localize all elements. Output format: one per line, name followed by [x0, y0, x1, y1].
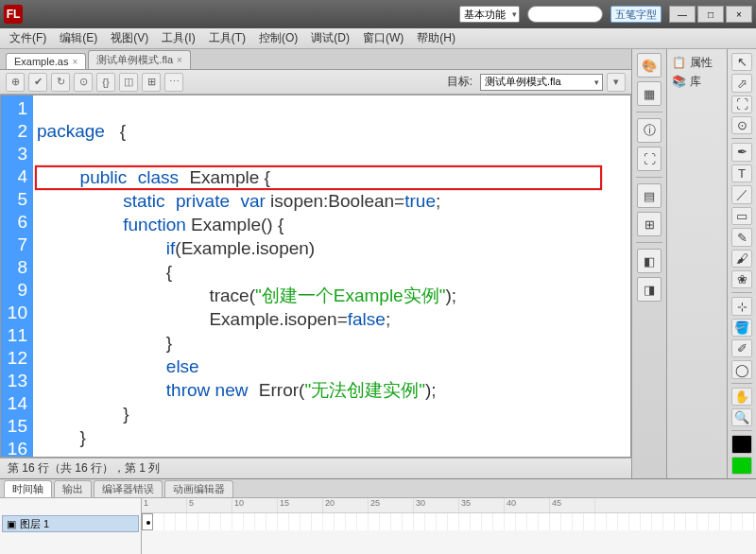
menu-help[interactable]: 帮助(H): [411, 28, 461, 48]
menu-view[interactable]: 视图(V): [105, 28, 154, 48]
layer-row[interactable]: ▣ 图层 1: [2, 515, 139, 532]
properties-icon: 📋: [671, 55, 686, 70]
line-gutter: 12345678910111213141516: [1, 95, 33, 457]
editor-toolbar: ⊕ ✔ ↻ ⊙ {} ◫ ⊞ ⋯ 目标: 测试单例模式.fla ▾: [0, 70, 631, 95]
tab-timeline[interactable]: 时间轴: [4, 480, 52, 497]
align-icon[interactable]: ⊞: [637, 212, 662, 236]
swatches-icon[interactable]: ▦: [637, 81, 662, 106]
zoom-tool-icon[interactable]: 🔍: [731, 408, 752, 426]
library-label: 库: [690, 74, 701, 90]
menu-insert[interactable]: 工具(I): [156, 28, 200, 48]
close-icon[interactable]: ×: [72, 57, 77, 67]
tab-motion-editor[interactable]: 动画编辑器: [164, 480, 233, 497]
eyedropper-tool-icon[interactable]: ✐: [731, 339, 752, 357]
search-field[interactable]: [527, 6, 603, 23]
selection-tool-icon[interactable]: ↖: [731, 53, 752, 71]
cursor-position: 第 16 行（共 16 行），第 1 列: [8, 460, 160, 476]
ime-label: 五笔字型: [615, 8, 657, 22]
properties-panel: 📋属性 📚库: [667, 49, 728, 478]
free-transform-tool-icon[interactable]: ⛶: [731, 95, 752, 113]
target-value: 测试单例模式.fla: [485, 75, 561, 89]
menu-control[interactable]: 控制(O): [253, 28, 303, 48]
layer-name: 图层 1: [20, 517, 49, 531]
layers-list: ▣ 图层 1: [0, 498, 142, 554]
menu-window[interactable]: 窗口(W): [357, 28, 409, 48]
menu-debug[interactable]: 调试(D): [305, 28, 355, 48]
ime-indicator[interactable]: 五笔字型: [610, 6, 662, 23]
subselection-tool-icon[interactable]: ⬀: [731, 74, 752, 92]
menu-file[interactable]: 文件(F): [4, 28, 52, 48]
toolbar-button[interactable]: ◫: [119, 73, 138, 92]
eraser-tool-icon[interactable]: ◯: [731, 360, 752, 378]
menu-edit[interactable]: 编辑(E): [54, 28, 103, 48]
timeline-ruler: 151015202530354045: [142, 498, 756, 513]
doc-tab-example[interactable]: Example.as ×: [6, 53, 86, 69]
toolbar-button[interactable]: ⊕: [6, 73, 25, 92]
deco-tool-icon[interactable]: ❀: [731, 270, 752, 288]
target-dropdown[interactable]: 测试单例模式.fla: [480, 74, 603, 91]
code-area[interactable]: package { public class Example { static …: [33, 95, 630, 457]
workspace-dropdown[interactable]: 基本功能: [459, 6, 520, 23]
transform-icon[interactable]: ⛶: [637, 147, 662, 171]
properties-tab[interactable]: 📋属性: [671, 53, 723, 72]
timeline-panel: 时间轴 输出 编译器错误 动画编辑器 ▣ 图层 1 15101520253035…: [0, 478, 756, 554]
library-tab[interactable]: 📚库: [671, 72, 723, 91]
tab-compiler-errors[interactable]: 编译器错误: [94, 480, 163, 497]
paint-bucket-tool-icon[interactable]: 🪣: [731, 319, 752, 337]
stroke-color-swatch[interactable]: [731, 435, 752, 453]
code-editor[interactable]: 12345678910111213141516 package { public…: [0, 95, 631, 458]
actions-icon[interactable]: ◨: [637, 277, 662, 302]
content-area: Example.as × 测试单例模式.fla × ⊕ ✔ ↻ ⊙ {} ◫ ⊞…: [0, 49, 756, 478]
toolbar-button[interactable]: ↻: [51, 73, 70, 92]
lasso-tool-icon[interactable]: ⊙: [731, 116, 752, 134]
app-logo: FL: [4, 5, 23, 24]
doc-tab-label: 测试单例模式.fla: [96, 53, 173, 67]
library-icon: 📚: [671, 74, 686, 89]
components-icon[interactable]: ◧: [637, 249, 662, 273]
pencil-tool-icon[interactable]: ✎: [731, 228, 752, 246]
menu-tools[interactable]: 工具(T): [203, 28, 251, 48]
toolbar-button[interactable]: ▾: [607, 73, 626, 92]
close-icon[interactable]: ×: [177, 55, 182, 65]
editor-column: Example.as × 测试单例模式.fla × ⊕ ✔ ↻ ⊙ {} ◫ ⊞…: [0, 49, 631, 478]
workspace-label: 基本功能: [464, 8, 506, 22]
doc-tab-test[interactable]: 测试单例模式.fla ×: [88, 50, 191, 69]
panel-dock: 🎨 ▦ ⓘ ⛶ ▤ ⊞ ◧ ◨: [631, 49, 667, 478]
toolbar-button[interactable]: {}: [96, 73, 115, 92]
toolbar-button[interactable]: ⋯: [164, 73, 183, 92]
toolbar-button[interactable]: ⊞: [142, 73, 161, 92]
pen-tool-icon[interactable]: ✒: [731, 143, 752, 161]
timeline-tabs: 时间轴 输出 编译器错误 动画编辑器: [0, 479, 756, 498]
brush-tool-icon[interactable]: 🖌: [731, 250, 752, 268]
properties-label: 属性: [690, 55, 713, 71]
tools-panel: ↖ ⬀ ⛶ ⊙ ✒ T ／ ▭ ✎ 🖌 ❀ ⊹ 🪣 ✐ ◯ ✋ 🔍: [728, 49, 756, 478]
keyframe[interactable]: [142, 513, 153, 530]
line-tool-icon[interactable]: ／: [731, 185, 752, 204]
toolbar-button[interactable]: ⊙: [74, 73, 93, 92]
document-tabs: Example.as × 测试单例模式.fla ×: [0, 49, 631, 70]
fill-color-swatch[interactable]: [731, 457, 752, 475]
doc-tab-label: Example.as: [14, 56, 68, 67]
menubar: 文件(F) 编辑(E) 视图(V) 工具(I) 工具(T) 控制(O) 调试(D…: [0, 28, 756, 49]
toolbar-button[interactable]: ✔: [28, 73, 47, 92]
palette-icon[interactable]: 🎨: [637, 53, 662, 78]
library-icon[interactable]: ▤: [637, 183, 662, 208]
editor-status-bar: 第 16 行（共 16 行），第 1 列: [0, 458, 631, 478]
target-label: 目标:: [447, 74, 472, 90]
rectangle-tool-icon[interactable]: ▭: [731, 207, 752, 225]
hand-tool-icon[interactable]: ✋: [731, 388, 752, 406]
layer-icon: ▣: [7, 518, 16, 530]
close-button[interactable]: ×: [726, 6, 752, 23]
bone-tool-icon[interactable]: ⊹: [731, 297, 752, 315]
titlebar: FL 基本功能 五笔字型 — □ ×: [0, 0, 756, 28]
timeline-frames[interactable]: 151015202530354045: [142, 498, 756, 554]
maximize-button[interactable]: □: [697, 6, 724, 23]
minimize-button[interactable]: —: [669, 6, 696, 23]
text-tool-icon[interactable]: T: [731, 164, 752, 182]
tab-output[interactable]: 输出: [54, 480, 92, 497]
frame-track[interactable]: [142, 513, 756, 530]
info-icon[interactable]: ⓘ: [637, 118, 662, 143]
